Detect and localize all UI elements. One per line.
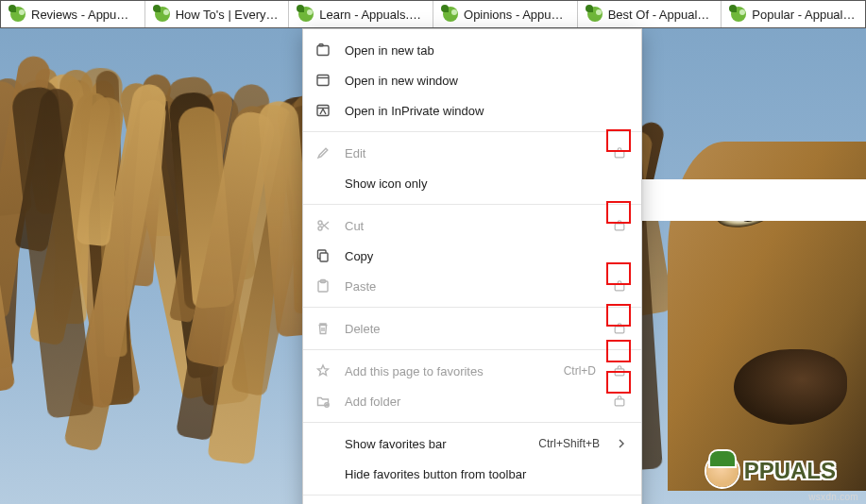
menu-open-inprivate[interactable]: Open in InPrivate window xyxy=(303,95,641,126)
svg-rect-4 xyxy=(317,106,329,116)
svg-rect-9 xyxy=(615,224,624,230)
favorite-label: Reviews - Appuals.c... xyxy=(31,8,135,22)
menu-label: Show favorites bar xyxy=(345,437,525,451)
chevron-right-icon xyxy=(615,439,628,448)
logo-text: PPUALS xyxy=(744,458,836,484)
favorite-item-popular[interactable]: Popular - Appuals.c... xyxy=(722,1,865,27)
svg-point-7 xyxy=(318,227,322,230)
svg-rect-0 xyxy=(317,46,329,56)
pencil-icon xyxy=(314,144,331,161)
menu-label: Open in new window xyxy=(345,74,628,88)
menu-label: Paste xyxy=(345,279,598,294)
copy-icon xyxy=(314,247,331,264)
svg-rect-14 xyxy=(615,327,624,333)
menu-separator xyxy=(303,131,641,132)
svg-point-8 xyxy=(318,221,322,225)
favorites-bar: Reviews - Appuals.c... How To's | Everyt… xyxy=(0,0,866,28)
favorite-item-reviews[interactable]: Reviews - Appuals.c... xyxy=(1,1,145,27)
menu-separator xyxy=(303,204,641,205)
briefcase-icon xyxy=(611,277,628,294)
favorites-context-menu: Open in new tab Open in new window Open … xyxy=(302,28,642,504)
logo-avatar-icon xyxy=(706,455,739,487)
favorite-item-opinions[interactable]: Opinions - Appuals... xyxy=(433,1,578,27)
menu-label: Open in new tab xyxy=(345,43,628,58)
svg-rect-17 xyxy=(615,399,624,406)
site-favicon xyxy=(587,7,603,22)
site-favicon xyxy=(731,7,746,22)
menu-show-icon-only[interactable]: Show icon only xyxy=(303,168,641,198)
menu-open-new-tab[interactable]: Open in new tab xyxy=(303,35,641,65)
menu-copy[interactable]: Copy xyxy=(303,241,641,271)
svg-rect-13 xyxy=(615,284,624,291)
menu-separator xyxy=(303,422,641,423)
site-favicon xyxy=(10,7,25,22)
svg-rect-2 xyxy=(317,76,329,86)
menu-shortcut: Ctrl+Shift+B xyxy=(538,437,600,450)
favorite-label: Best Of - Appuals.c... xyxy=(608,8,712,22)
menu-label: Open in InPrivate window xyxy=(345,104,628,118)
new-window-icon xyxy=(314,72,331,89)
menu-separator xyxy=(303,495,641,496)
svg-rect-6 xyxy=(615,151,624,158)
briefcase-icon xyxy=(611,362,628,379)
menu-delete: Delete xyxy=(303,313,641,344)
briefcase-icon xyxy=(611,217,628,234)
favorite-label: How To's | Everythi... xyxy=(176,8,280,22)
appuals-logo: PPUALS xyxy=(706,455,836,487)
menu-open-new-window[interactable]: Open in new window xyxy=(303,65,641,95)
menu-show-favorites-bar[interactable]: Show favorites bar Ctrl+Shift+B xyxy=(303,428,641,459)
menu-label: Delete xyxy=(345,322,598,336)
trash-icon xyxy=(314,320,331,337)
menu-label: Add this page to favorites xyxy=(345,364,551,378)
menu-label: Hide favorites button from toolbar xyxy=(345,467,628,481)
site-favicon xyxy=(298,7,314,22)
paste-icon xyxy=(314,277,331,294)
folder-plus-icon xyxy=(314,393,331,410)
favorite-item-bestof[interactable]: Best Of - Appuals.c... xyxy=(578,1,722,27)
menu-separator xyxy=(303,307,641,308)
menu-separator xyxy=(303,349,641,350)
menu-add-folder: Add folder xyxy=(303,386,641,416)
menu-cut: Cut xyxy=(303,210,641,241)
menu-label: Edit xyxy=(345,146,598,160)
menu-label: Add folder xyxy=(345,395,598,409)
menu-add-page-favorites: Add this page to favorites Ctrl+D xyxy=(303,356,641,386)
scissors-icon xyxy=(314,217,331,234)
menu-label: Cut xyxy=(345,219,598,233)
svg-rect-15 xyxy=(615,369,624,376)
favorite-item-learn[interactable]: Learn - Appuals.com xyxy=(289,1,433,27)
inprivate-icon xyxy=(314,102,331,119)
svg-rect-10 xyxy=(320,253,328,261)
favorite-label: Opinions - Appuals... xyxy=(464,8,568,22)
briefcase-icon xyxy=(611,393,628,410)
briefcase-icon xyxy=(611,144,628,161)
menu-shortcut: Ctrl+D xyxy=(564,364,596,378)
menu-label: Copy xyxy=(345,249,628,263)
menu-label: Show icon only xyxy=(345,176,628,191)
page-white-band xyxy=(642,179,866,221)
menu-paste: Paste xyxy=(303,271,641,301)
svg-rect-1 xyxy=(319,44,323,46)
menu-edit: Edit xyxy=(303,138,641,168)
star-plus-icon xyxy=(314,362,331,379)
menu-hide-favorites-button[interactable]: Hide favorites button from toolbar xyxy=(303,459,641,489)
briefcase-icon xyxy=(611,320,628,337)
favorite-item-howtos[interactable]: How To's | Everythi... xyxy=(145,1,290,27)
site-favicon xyxy=(155,7,170,22)
source-watermark: wsxdn.com xyxy=(808,492,858,502)
new-tab-icon xyxy=(314,42,331,59)
favorite-label: Popular - Appuals.c... xyxy=(752,8,856,22)
favorite-label: Learn - Appuals.com xyxy=(319,8,423,22)
site-favicon xyxy=(443,7,458,22)
